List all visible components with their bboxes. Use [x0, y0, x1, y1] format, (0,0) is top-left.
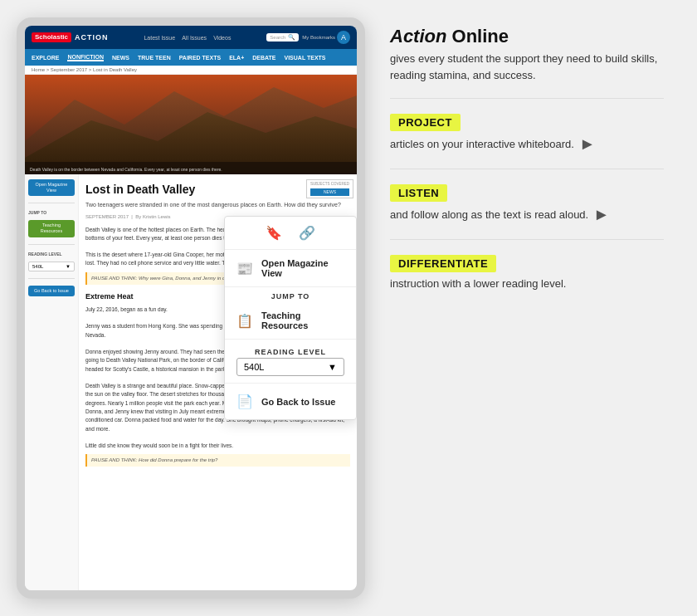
subnav-ela[interactable]: ELA+: [229, 55, 244, 61]
nav-bar: Scholastic ACTION Latest Issue All Issue…: [25, 26, 357, 49]
overlay-bookmark-icon[interactable]: 🔖: [266, 225, 282, 241]
sub-nav: EXPLORE NONFICTION NEWS TRUE TEEN PAIRED…: [25, 49, 357, 66]
tablet-mockup: Scholastic ACTION Latest Issue All Issue…: [17, 17, 365, 599]
project-arrow-icon: ◄: [579, 134, 596, 154]
brand-desc: gives every student the support they nee…: [390, 51, 664, 83]
reading-level-label: READING LEVEL: [28, 252, 75, 257]
search-box[interactable]: Search 🔍: [266, 33, 299, 42]
reading-level-chevron-icon: ▼: [328, 362, 337, 372]
right-panel: Action Online gives every student the su…: [382, 17, 664, 599]
differentiate-text: instruction with a lower reading level.: [390, 276, 664, 292]
open-magazine-row[interactable]: 📰 Open Magazine View: [225, 250, 356, 287]
article-body-s1p5: Little did she know they would soon be i…: [85, 442, 350, 450]
dropdown-arrow-icon: ▼: [66, 264, 71, 269]
listen-text: and follow along as the text is read alo…: [390, 207, 588, 223]
project-text: articles on your interactive whiteboard.: [390, 136, 574, 153]
subnav-true-teen[interactable]: TRUE TEEN: [138, 55, 171, 61]
listen-arrow-icon: ◄: [593, 205, 610, 224]
article-area: Open Magazine View JUMP TO Teaching Reso…: [25, 174, 357, 590]
logo-action: ACTION: [75, 33, 109, 42]
subjects-covered-label: SUBJECTS COVERED: [310, 182, 349, 188]
feature-differentiate: DIFFERENTIATE instruction with a lower r…: [390, 255, 664, 292]
open-magazine-icon: 📰: [236, 261, 253, 276]
jump-to-label: JUMP TO: [28, 210, 75, 215]
bookmark-avatar[interactable]: A: [337, 31, 350, 44]
subnav-visual-texts[interactable]: VISUAL TEXTS: [284, 55, 325, 61]
go-back-issue-btn[interactable]: Go Back to Issue: [28, 286, 75, 296]
divider-1: [390, 98, 664, 99]
teaching-resources-btn[interactable]: Teaching Resources: [28, 220, 75, 237]
nav-all-issues[interactable]: All Issues: [182, 35, 207, 41]
feature-listen: LISTEN and follow along as the text is r…: [390, 184, 664, 224]
subjects-covered-value: NEWS: [310, 188, 349, 197]
subnav-news[interactable]: NEWS: [112, 55, 129, 61]
open-magazine-label: Open Magazine View: [261, 258, 344, 278]
article-date: SEPTEMBER 2017: [85, 214, 129, 219]
differentiate-tag: DIFFERENTIATE: [390, 255, 496, 272]
reading-level-value: 540L: [32, 264, 43, 269]
reading-level-select-value: 540L: [244, 362, 264, 372]
divider-3: [390, 239, 664, 240]
teaching-resources-row[interactable]: 📋 Teaching Resources: [225, 302, 356, 339]
reading-level-section: READING LEVEL 540L ▼: [225, 340, 356, 384]
overlay-top-icons: 🔖 🔗: [225, 217, 356, 250]
hero-caption: Death Valley is on the border between Ne…: [30, 167, 222, 172]
open-magazine-btn[interactable]: Open Magazine View: [28, 179, 75, 196]
brand-title-italic: Action: [390, 26, 446, 46]
divider-2: [390, 169, 664, 169]
brand-section: Action Online gives every student the su…: [390, 26, 664, 83]
overlay-panel: 🔖 🔗 📰 Open Magazine View JUMP TO 📋 Teach…: [224, 216, 357, 420]
back-to-issue-icon: 📄: [236, 394, 253, 409]
jump-to-section-label: JUMP TO: [225, 287, 356, 302]
reading-level-select[interactable]: 540L ▼: [236, 358, 344, 376]
feature-project: PROJECT articles on your interactive whi…: [390, 114, 664, 154]
listen-tag: LISTEN: [390, 184, 447, 202]
article-author: By Kristin Lewis: [135, 214, 170, 219]
teaching-icon: 📋: [236, 313, 253, 329]
reading-level-dropdown[interactable]: 540L ▼: [28, 262, 75, 271]
bookmark-label: My Bookmarks: [302, 35, 335, 40]
nav-latest-issue[interactable]: Latest Issue: [144, 35, 175, 41]
brand-title: Action Online: [390, 26, 664, 47]
subnav-explore[interactable]: EXPLORE: [32, 55, 59, 61]
article-subtitle: Two teenagers were stranded in one of th…: [85, 201, 350, 210]
pause-think-2: PAUSE AND THINK: How did Donna prepare f…: [85, 454, 350, 467]
subnav-debate[interactable]: DEBATE: [252, 55, 275, 61]
teaching-label: Teaching Resources: [261, 310, 344, 330]
nav-videos[interactable]: Videos: [213, 35, 231, 41]
breadcrumb: Home > September 2017 > Lost in Death Va…: [25, 66, 357, 75]
go-back-issue-label: Go Back to Issue: [261, 397, 335, 407]
hero-image: Death Valley is on the border between Ne…: [25, 75, 357, 174]
nav-links: Latest Issue All Issues Videos: [144, 35, 231, 41]
sidebar-left: Open Magazine View JUMP TO Teaching Reso…: [25, 174, 79, 590]
search-placeholder: Search: [270, 35, 285, 40]
subnav-nonfiction[interactable]: NONFICTION: [67, 54, 104, 61]
go-back-issue-row[interactable]: 📄 Go Back to Issue: [225, 384, 356, 419]
project-tag: PROJECT: [390, 114, 461, 131]
logo-scholastic: Scholastic: [32, 32, 71, 42]
overlay-link-icon[interactable]: 🔗: [299, 225, 315, 241]
subjects-badge: SUBJECTS COVERED NEWS: [306, 179, 353, 198]
reading-level-section-label: READING LEVEL: [236, 343, 344, 358]
search-icon: 🔍: [288, 34, 295, 41]
subnav-paired-tests[interactable]: PAIRED TEXTS: [179, 55, 221, 61]
brand-title-rest: Online: [446, 26, 509, 46]
